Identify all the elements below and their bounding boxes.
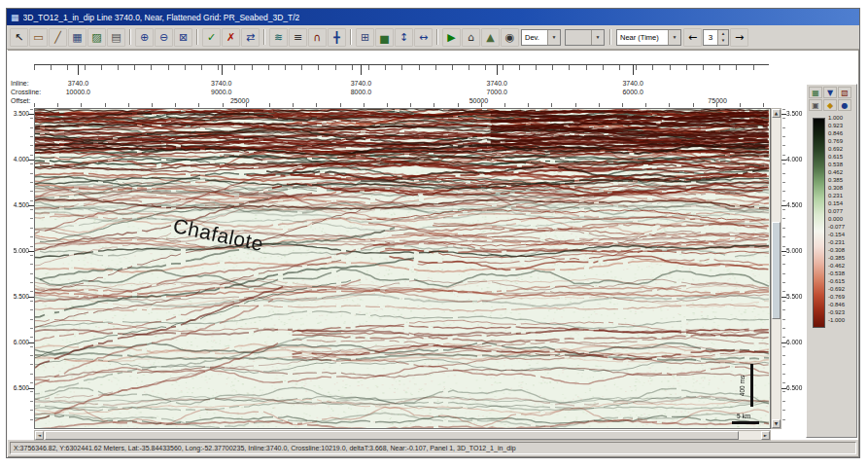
colorbar-reset-icon[interactable]: ● [838, 99, 851, 111]
crossline-value: 8000.0 [331, 89, 390, 95]
delete-cross-icon[interactable]: ✗ [222, 28, 240, 47]
forward-arrow-icon[interactable]: → [730, 28, 748, 47]
colorbar-value: -0.077 [828, 223, 857, 231]
vertical-scroll-thumb[interactable] [772, 222, 781, 319]
ruler-major-tick [78, 64, 79, 75]
toolbar-separator [196, 29, 198, 45]
flatten-icon[interactable]: ≡ [289, 28, 307, 47]
histogram-icon[interactable]: ▅ [375, 28, 394, 47]
ruler-major-tick [222, 64, 223, 75]
time-label-right: 6.500 [786, 384, 808, 391]
swap-icon[interactable]: ⇄ [241, 28, 260, 47]
scroll-down-icon[interactable]: ▼ [772, 419, 781, 428]
step-value: 3 [704, 33, 717, 42]
scroll-up-icon[interactable]: ▲ [772, 109, 781, 118]
crossline-value: 9000.0 [192, 89, 251, 95]
toolbar-separator [263, 29, 265, 45]
snapshot-icon[interactable]: ◉ [501, 28, 519, 47]
horizontal-scale-icon[interactable]: ↔ [414, 28, 433, 47]
scroll-right-icon[interactable]: ► [761, 431, 770, 440]
ruler-icon[interactable]: ╱ [49, 28, 67, 47]
colorbar-gradient[interactable] [813, 118, 825, 328]
colorbar-save-icon[interactable]: ▼ [823, 87, 837, 98]
spinner-down-icon[interactable]: ▼ [718, 37, 728, 44]
wiggle-icon[interactable]: ≋ [269, 28, 288, 47]
time-tick [781, 388, 786, 389]
ruler-major-tick [497, 64, 498, 75]
left-time-ticks [30, 109, 33, 428]
horizontal-scroll-thumb[interactable] [45, 431, 739, 440]
time-tick [28, 205, 34, 206]
colorbar-value: 0.615 [828, 153, 857, 161]
spinner-arrows-icon[interactable]: ▲▼ [717, 30, 728, 45]
right-time-ticks [782, 109, 785, 428]
inline-value: 3740.0 [331, 80, 390, 87]
seismic-plot[interactable]: Chafalote 400 ms 5 km [34, 108, 771, 429]
horizontal-scrollbar[interactable]: ◄ ► [34, 430, 771, 441]
horizon-icon[interactable]: ∩ [308, 28, 327, 47]
time-tick [28, 342, 34, 343]
time-label-right: 3.500 [786, 110, 808, 117]
vertical-scale-icon[interactable]: ↕ [395, 28, 413, 47]
back-arrow-icon[interactable]: ← [683, 28, 702, 47]
play-icon[interactable]: ▶ [442, 28, 461, 47]
step-spinner[interactable]: 3 ▲▼ [703, 29, 729, 46]
eraser-icon[interactable]: ▭ [29, 28, 48, 47]
crossline-value: 6000.0 [604, 89, 662, 95]
zoom-box-icon[interactable]: ⊠ [174, 28, 192, 47]
time-label-left: 6.000 [8, 339, 29, 345]
main-toolbar: ↖▭╱▦▨▤⊕⊖⊠✓✗⇄≋≡∩╋⊞▅↕↔▶⌂▲◉ Dev. ▼ ▼ Near (… [7, 25, 859, 50]
toolbar-separator [350, 29, 352, 45]
colorbar-palette-icon[interactable]: ▦ [809, 87, 822, 98]
colorbar-value: -0.923 [828, 308, 857, 316]
grid-icon[interactable]: ⊞ [356, 28, 374, 47]
colorbar-edit-icon[interactable]: ▧ [838, 87, 851, 98]
colorbar-up-icon[interactable]: ◆ [823, 99, 837, 111]
table-icon[interactable]: ▦ [68, 28, 87, 47]
zoom-in-icon[interactable]: ⊕ [135, 28, 154, 47]
time-label-left: 4.500 [8, 201, 29, 208]
paint-icon[interactable]: ▨ [87, 28, 106, 47]
app-window: ▦ 3D_TO12_1_in_dip Line 3740.0, Near, Fl… [6, 8, 860, 458]
domain-dropdown[interactable]: Near (Time) ▼ [616, 29, 681, 46]
home-icon[interactable]: ⌂ [462, 28, 480, 47]
colorbar-value: -0.462 [828, 262, 857, 270]
offset-ruler-ticks [34, 103, 769, 107]
time-tick [28, 160, 34, 161]
dev-dropdown[interactable]: Dev. ▼ [521, 29, 561, 46]
title-bar[interactable]: ▦ 3D_TO12_1_in_dip Line 3740.0, Near, Fl… [7, 9, 859, 25]
chevron-down-icon: ▼ [591, 30, 604, 45]
colorbar-value: -0.615 [828, 277, 857, 285]
colorbar-value: -1.000 [828, 316, 857, 324]
spinner-up-icon[interactable]: ▲ [718, 30, 728, 37]
apply-check-icon[interactable]: ✓ [202, 28, 221, 47]
horizontal-scale-bar [732, 421, 759, 424]
crossline-row: 10000.09000.08000.07000.06000.0 [8, 89, 858, 97]
time-tick [28, 114, 34, 115]
crossline-value: 7000.0 [468, 89, 526, 95]
time-tick [28, 388, 34, 389]
time-tick [781, 251, 786, 252]
terrain-icon[interactable]: ▲ [481, 28, 500, 47]
print-icon[interactable]: ▤ [107, 28, 125, 47]
colorbar-value: 0.077 [828, 207, 857, 215]
vertical-scrollbar[interactable]: ▲ ▼ [771, 108, 781, 429]
colorbar-lock-icon[interactable]: ▣ [809, 99, 822, 111]
pointer-icon[interactable]: ↖ [10, 28, 28, 47]
horizontal-scale-label: 5 km [737, 413, 750, 419]
crosshair-icon[interactable]: ╋ [328, 28, 346, 47]
scroll-left-icon[interactable]: ◄ [35, 431, 44, 440]
time-label-right: 5.500 [786, 293, 808, 300]
vertical-scale-label: 400 ms [739, 372, 746, 401]
chevron-down-icon[interactable]: ▼ [668, 30, 680, 45]
time-label-left: 4.000 [8, 156, 29, 162]
seismic-section[interactable] [35, 109, 770, 428]
status-bar: X:3756346.82, Y:6302441.62 Meters, Lat:-… [8, 441, 858, 456]
chevron-down-icon[interactable]: ▼ [547, 30, 560, 45]
ruler-major-tick [633, 64, 634, 75]
zoom-out-icon[interactable]: ⊖ [155, 28, 173, 47]
time-label-right: 5.000 [786, 247, 808, 254]
time-label-left: 5.500 [8, 293, 29, 300]
colorbar-value: -0.538 [828, 270, 857, 277]
window-title: 3D_TO12_1_in_dip Line 3740.0, Near, Flat… [23, 13, 300, 22]
